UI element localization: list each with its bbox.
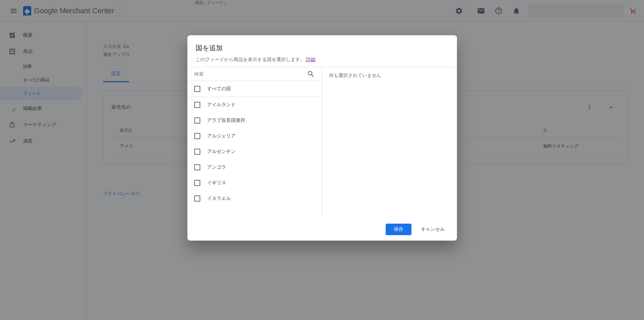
dialog-title: 国を追加 (196, 43, 449, 53)
country-label: アンゴラ (207, 164, 226, 170)
country-picker-panel: すべての国 アイルランド アラブ首長国連邦 アルジェリア アルゼンチン (187, 67, 322, 218)
checkbox[interactable] (194, 86, 200, 92)
country-label: アラブ首長国連邦 (207, 117, 245, 124)
empty-selection-text: 何も選択されていません (329, 73, 381, 78)
save-button[interactable]: 保存 (386, 224, 411, 235)
checkbox[interactable] (194, 164, 200, 170)
learn-more-link[interactable]: 詳細 (306, 57, 315, 62)
add-country-dialog: 国を追加 このフィードから商品を表示する国を選択します。 詳細 すべての国 アイ… (187, 35, 457, 241)
country-row[interactable]: イスラエル (187, 191, 322, 206)
country-row[interactable]: アンゴラ (187, 159, 322, 175)
country-row[interactable]: アルゼンチン (187, 144, 322, 159)
country-label: イスラエル (207, 195, 231, 202)
checkbox[interactable] (194, 149, 200, 155)
checkbox[interactable] (194, 195, 200, 202)
country-row[interactable]: アルジェリア (187, 128, 322, 144)
search-icon[interactable] (307, 70, 315, 78)
country-row[interactable]: アイルランド (187, 97, 322, 113)
search-row (187, 67, 322, 81)
checkbox[interactable] (194, 180, 200, 186)
desc-text: このフィードから商品を表示する国を選択します。 (196, 57, 305, 62)
dialog-body: すべての国 アイルランド アラブ首長国連邦 アルジェリア アルゼンチン (187, 67, 457, 218)
country-label: アルゼンチン (207, 149, 236, 155)
select-all-row[interactable]: すべての国 (187, 81, 322, 97)
select-all-label: すべての国 (207, 86, 231, 92)
checkbox[interactable] (194, 117, 200, 124)
cancel-button[interactable]: キャンセル (417, 224, 449, 235)
country-row[interactable]: アラブ首長国連邦 (187, 113, 322, 128)
search-input[interactable] (194, 71, 307, 77)
country-label: イギリス (207, 180, 226, 186)
selected-panel: 何も選択されていません (322, 67, 457, 218)
country-label: アイルランド (207, 102, 236, 108)
dialog-header: 国を追加 このフィードから商品を表示する国を選択します。 詳細 (187, 35, 457, 67)
country-row[interactable]: イギリス (187, 175, 322, 191)
country-list[interactable]: アイルランド アラブ首長国連邦 アルジェリア アルゼンチン アンゴラ (187, 97, 322, 218)
checkbox[interactable] (194, 133, 200, 139)
country-label: アルジェリア (207, 133, 236, 139)
dialog-description: このフィードから商品を表示する国を選択します。 詳細 (196, 57, 449, 63)
checkbox[interactable] (194, 102, 200, 108)
dialog-footer: 保存 キャンセル (187, 218, 457, 241)
